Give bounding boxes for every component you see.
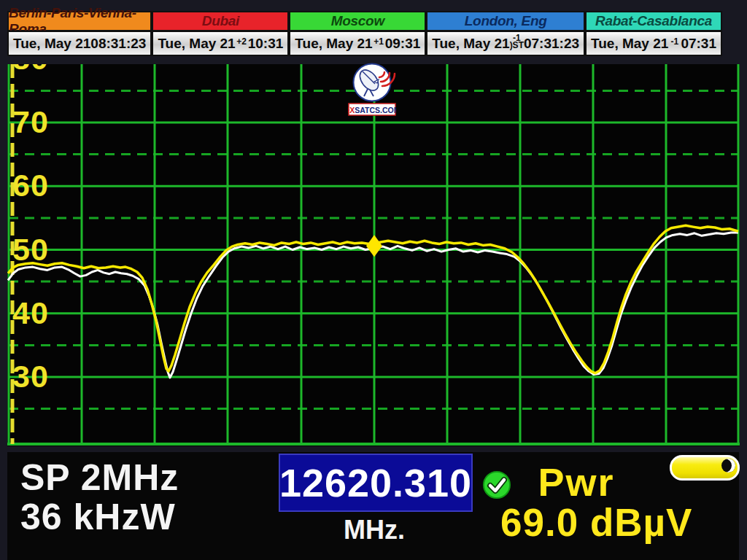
battery-toggle[interactable] [670,455,740,481]
city-cell-5: Rabat-Casablanca [585,11,722,31]
clock-cell-3: Tue, May 21+109:31 [289,31,426,56]
utc-offset: +2 [236,38,247,45]
frequency-input[interactable]: 12620.310 [279,454,473,512]
span-rbw-readout: SP 2MHz 36 kHzW [20,458,179,537]
rbw-value: 36 kHzW [20,497,179,537]
frequency-value: 12620.310 [279,460,472,505]
utc-offset: -1)ST [510,34,524,49]
clock-date: Tue, May 21 [295,36,372,52]
svg-text:DXSATCS.COM: DXSATCS.COM [348,106,396,114]
city-cell-3: Moscow [289,11,426,31]
clock-time: 07:31:23 [524,36,579,52]
power-value: 69.0 dBµV [500,500,734,545]
logo-banner: DXSATCS.COM [348,104,396,115]
clock-time: 07:31 [681,36,716,52]
y-tick-label: 60 [12,168,71,202]
clock-date: Tue, May 21 [13,36,90,52]
span-value: SP 2MHz [20,458,179,497]
frequency-unit-label: MHz. [279,515,470,545]
lock-ok-check-icon [481,470,512,500]
meter-screen: Berlin-Paris-Vienna-RomaDubaiMoscowLondo… [0,0,747,560]
utc-offset: -1 [671,38,679,45]
y-tick-label: 80 [12,64,71,75]
city-cell-2: Dubai [152,11,289,31]
measurement-panel: SP 2MHz 36 kHzW 12620.310 MHz. Pwr 69.0 … [7,452,739,560]
y-tick-label: 70 [12,105,71,139]
dxsatcs-logo: DXSATCS.COM [348,63,396,118]
clock-cell-1: Tue, May 2108:31:23 [7,31,152,56]
power-mode-label[interactable]: Pwr [522,459,631,505]
city-cell-1: Berlin-Paris-Vienna-Roma [7,11,152,31]
clock-date: Tue, May 21 [591,36,668,52]
clock-date: Tue, May 21 [158,36,235,52]
clock-cell-2: Tue, May 21+210:31 [152,31,289,56]
clock-time: 08:31:23 [90,36,146,52]
clock-date: Tue, May 21 [432,36,509,52]
spectrum-svg [7,64,740,446]
city-cell-4: London, Eng [426,11,585,31]
y-tick-label: 50 [12,233,71,266]
center-marker-icon [366,235,382,257]
utc-offset: +1 [374,38,384,45]
clock-cell-4: Tue, May 21-1)ST07:31:23 [426,31,585,56]
clock-cell-5: Tue, May 21-107:31 [585,31,722,56]
y-tick-label: 40 [12,296,71,330]
y-tick-label: 30 [12,359,71,393]
toggle-knob-icon [721,459,735,472]
world-clock-header: Berlin-Paris-Vienna-RomaDubaiMoscowLondo… [7,11,722,56]
clock-time: 10:31 [248,36,284,52]
spectrum-display: 807060504030 [7,64,740,446]
clock-time: 09:31 [385,36,421,52]
